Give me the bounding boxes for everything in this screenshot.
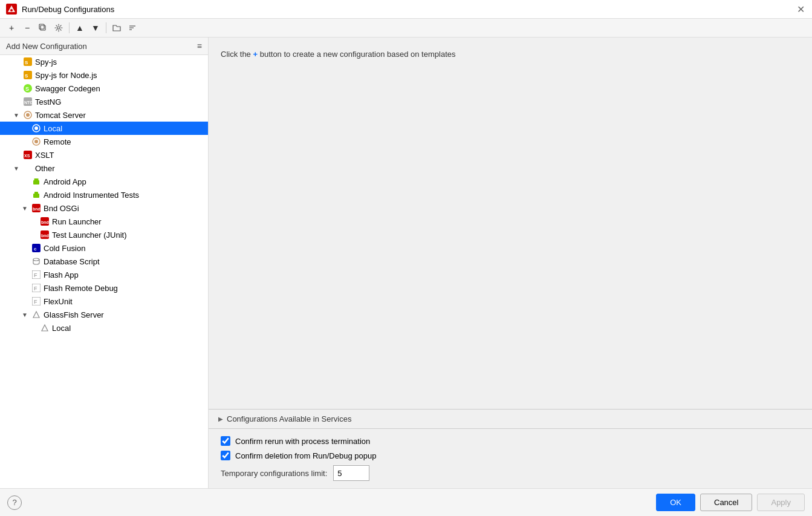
title-bar: Run/Debug Configurations ✕ bbox=[0, 0, 812, 19]
tree-item-db-script[interactable]: Database Script bbox=[0, 255, 208, 268]
collapsible-section: ▶ Configurations Available in Services bbox=[209, 409, 812, 428]
svg-text:S: S bbox=[25, 86, 29, 92]
tree-item-run-launcher[interactable]: bnd Run Launcher bbox=[0, 215, 208, 228]
xslt-icon: XS bbox=[23, 150, 33, 160]
confirm-deletion-checkbox[interactable] bbox=[221, 451, 230, 460]
swagger-label: Swagger Codegen bbox=[35, 84, 100, 93]
temp-config-row: Temporary configurations limit: bbox=[221, 465, 800, 481]
title-bar-left: Run/Debug Configurations bbox=[6, 4, 114, 15]
tree-item-testng[interactable]: NTG TestNG bbox=[0, 95, 208, 108]
svg-point-18 bbox=[26, 113, 30, 117]
tomcat-icon bbox=[23, 110, 33, 120]
svg-text:F: F bbox=[34, 286, 37, 292]
svg-marker-47 bbox=[42, 325, 48, 331]
sidebar-list[interactable]: S Spy-js S Spy-js for Node.js S Swagger … bbox=[0, 55, 208, 488]
confirm-rerun-checkbox[interactable] bbox=[221, 436, 230, 446]
svg-text:bnd: bnd bbox=[33, 207, 41, 211]
swagger-icon: S bbox=[23, 83, 33, 93]
filter-icon[interactable]: ≡ bbox=[197, 41, 202, 51]
expand-swagger bbox=[12, 84, 21, 93]
spyjs-label: Spy-js bbox=[35, 57, 57, 67]
android-inst-label: Android Instrumented Tests bbox=[44, 191, 139, 200]
tree-item-spyjs-node[interactable]: S Spy-js for Node.js bbox=[0, 68, 208, 82]
expand-testng bbox=[12, 97, 21, 106]
svg-rect-25 bbox=[33, 180, 39, 185]
run-launcher-icon: bnd bbox=[40, 217, 50, 226]
move-up-button[interactable]: ▲ bbox=[73, 21, 86, 34]
svg-text:S: S bbox=[25, 73, 28, 79]
test-launcher-label: Test Launcher (JUnit) bbox=[52, 230, 127, 240]
sort-button[interactable] bbox=[126, 21, 139, 34]
svg-text:F: F bbox=[34, 299, 37, 305]
hint-suffix: button to create a new configuration bas… bbox=[260, 50, 456, 59]
ok-button[interactable]: OK bbox=[656, 494, 695, 511]
expand-coldfusion bbox=[21, 244, 29, 252]
svg-text:F: F bbox=[34, 272, 37, 278]
expand-remote bbox=[21, 137, 29, 146]
settings-button[interactable] bbox=[52, 21, 65, 34]
flexunit-icon: F bbox=[31, 296, 41, 306]
svg-text:XS: XS bbox=[24, 154, 30, 158]
bnd-icon: bnd bbox=[31, 203, 41, 213]
tree-item-flash-remote[interactable]: F Flash Remote Debug bbox=[0, 281, 208, 295]
main-area: Add New Configuration ≡ S Spy-js S Spy-j… bbox=[0, 38, 812, 488]
svg-point-5 bbox=[57, 27, 60, 29]
svg-text:c: c bbox=[34, 246, 37, 252]
expand-glassfish: ▼ bbox=[21, 310, 29, 319]
tree-item-xslt[interactable]: XS XSLT bbox=[0, 148, 208, 162]
tree-item-glassfish[interactable]: ▼ GlassFish Server bbox=[0, 308, 208, 321]
svg-point-2 bbox=[10, 9, 13, 11]
expand-flexunit bbox=[21, 297, 29, 305]
add-config-button[interactable]: + bbox=[5, 21, 18, 34]
tree-item-android-app[interactable]: Android App bbox=[0, 175, 208, 188]
expand-glassfish-local bbox=[29, 324, 37, 332]
test-launcher-icon: bnd bbox=[40, 230, 50, 240]
local-icon bbox=[31, 123, 41, 133]
other-label: Other bbox=[35, 164, 55, 173]
close-button[interactable]: ✕ bbox=[795, 4, 806, 15]
tree-item-other[interactable]: ▼ Other bbox=[0, 162, 208, 175]
android-inst-icon bbox=[31, 190, 41, 200]
flash-remote-icon: F bbox=[31, 283, 41, 293]
flexunit-label: FlexUnit bbox=[44, 297, 73, 306]
remote-icon bbox=[31, 137, 41, 146]
testng-label: TestNG bbox=[35, 97, 61, 106]
tree-item-spyjs[interactable]: S Spy-js bbox=[0, 55, 208, 68]
temp-config-input[interactable] bbox=[333, 465, 369, 481]
collapsible-header[interactable]: ▶ Configurations Available in Services bbox=[209, 409, 812, 428]
tree-item-test-launcher[interactable]: bnd Test Launcher (JUnit) bbox=[0, 228, 208, 241]
move-down-button[interactable]: ▼ bbox=[89, 21, 102, 34]
remove-config-button[interactable]: − bbox=[21, 21, 34, 34]
tree-item-swagger[interactable]: S Swagger Codegen bbox=[0, 82, 208, 95]
glassfish-local-icon bbox=[40, 323, 50, 333]
tree-item-coldfusion[interactable]: c Cold Fusion bbox=[0, 241, 208, 255]
other-icon bbox=[23, 163, 33, 173]
hint-prefix: Click the bbox=[221, 50, 251, 59]
tree-item-flash-app[interactable]: F Flash App bbox=[0, 268, 208, 281]
tree-item-bnd[interactable]: ▼ bnd Bnd OSGi bbox=[0, 201, 208, 215]
cancel-button[interactable]: Cancel bbox=[700, 494, 752, 511]
temp-config-label: Temporary configurations limit: bbox=[221, 469, 327, 478]
expand-bnd: ▼ bbox=[21, 204, 29, 212]
tree-item-flexunit[interactable]: F FlexUnit bbox=[0, 295, 208, 308]
tree-item-tomcat[interactable]: ▼ Tomcat Server bbox=[0, 108, 208, 122]
spyjs-node-label: Spy-js for Node.js bbox=[35, 71, 97, 80]
footer-buttons: OK Cancel Apply bbox=[656, 494, 805, 511]
dialog-footer: ? OK Cancel Apply bbox=[0, 488, 812, 516]
expand-spyjs-node bbox=[12, 71, 21, 79]
tree-item-local[interactable]: Local bbox=[0, 122, 208, 135]
apply-button[interactable]: Apply bbox=[757, 494, 805, 511]
dialog-title: Run/Debug Configurations bbox=[22, 5, 114, 14]
move-to-folder-button[interactable] bbox=[110, 21, 123, 34]
glassfish-icon bbox=[31, 310, 41, 319]
android-app-icon bbox=[31, 177, 41, 186]
run-launcher-label: Run Launcher bbox=[52, 217, 102, 226]
tree-item-glassfish-local[interactable]: Local bbox=[0, 321, 208, 335]
app-icon bbox=[6, 4, 17, 15]
help-button[interactable]: ? bbox=[7, 495, 22, 510]
tomcat-label: Tomcat Server bbox=[35, 111, 86, 120]
tree-item-remote[interactable]: Remote bbox=[0, 135, 208, 148]
tree-item-android-inst[interactable]: Android Instrumented Tests bbox=[0, 188, 208, 201]
flash-remote-label: Flash Remote Debug bbox=[44, 284, 118, 293]
copy-config-button[interactable] bbox=[36, 21, 50, 34]
